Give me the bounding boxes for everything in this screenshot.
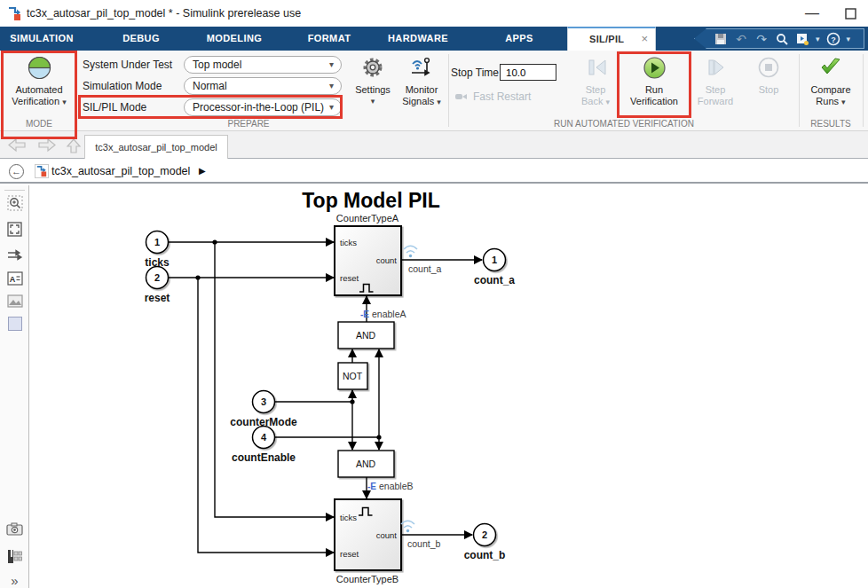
fit-to-view-icon[interactable]: [0, 222, 29, 237]
compare-runs-button[interactable]: Compare Runs ▾: [803, 53, 858, 107]
step-forward-button[interactable]: Step Forward: [690, 53, 740, 106]
simulink-model-icon: [7, 6, 22, 21]
signal-label[interactable]: enableA: [372, 309, 406, 319]
port-number: 4: [261, 432, 267, 443]
system-under-test-value: Top model: [193, 59, 241, 71]
tab-apps[interactable]: APPS: [505, 27, 533, 51]
test-point-icon: -E: [367, 482, 376, 491]
compare-runs-label1: Compare: [803, 84, 858, 96]
monitor-signals-button[interactable]: Monitor Signals ▾: [396, 53, 447, 107]
gate-label: NOT: [343, 371, 363, 381]
signal-label[interactable]: count_a: [408, 263, 442, 274]
settings-button[interactable]: Settings ▾: [348, 53, 398, 106]
signal-logging-badge: [401, 521, 414, 532]
maximize-button[interactable]: [845, 8, 856, 20]
back-arrow-icon[interactable]: [7, 137, 27, 153]
block-not[interactable]: NOT: [338, 363, 367, 389]
port-label: reset: [340, 549, 359, 559]
expand-icon[interactable]: »: [0, 573, 29, 588]
gear-icon: [348, 53, 398, 82]
save-icon[interactable]: [714, 32, 728, 46]
hide-explorer-bar-icon[interactable]: ←: [9, 164, 24, 179]
title-bar: tc3x_autosar_pil_top_model * - Simulink …: [0, 0, 868, 27]
run-verification-label2: Verification: [621, 96, 687, 107]
stop-button[interactable]: Stop: [747, 53, 790, 96]
undo-icon[interactable]: ↶: [734, 32, 748, 46]
fast-restart-toggle[interactable]: Fast Restart: [454, 90, 531, 103]
image-icon[interactable]: [0, 294, 29, 308]
chevron-down-icon: ▾: [329, 99, 334, 115]
breadcrumb-model-name[interactable]: tc3x_autosar_pil_top_model: [51, 165, 190, 177]
forward-arrow-icon[interactable]: [37, 137, 57, 153]
inport-counter-mode[interactable]: 3 counterMode: [230, 391, 297, 429]
annotation-icon[interactable]: A: [0, 271, 29, 286]
svg-text:A: A: [9, 275, 15, 284]
step-forward-label2: Forward: [690, 96, 740, 107]
block-and-b[interactable]: AND: [338, 451, 394, 477]
tab-silpil[interactable]: SIL/PIL ×: [567, 27, 656, 51]
outport-count-a[interactable]: 1 count_a: [474, 249, 515, 287]
automated-verification-button[interactable]: Automated Verification ▾: [2, 53, 76, 107]
referenced-model-icon[interactable]: [795, 32, 809, 46]
breadcrumb-bar: ← tc3x_autosar_pil_top_model ▶: [0, 160, 868, 184]
test-point-icon: -E: [360, 310, 369, 319]
block-diagram: Top Model PIL: [30, 185, 868, 588]
minimize-button[interactable]: —: [799, 5, 825, 21]
tab-simulation[interactable]: SIMULATION: [10, 27, 74, 51]
step-forward-icon: [690, 53, 740, 82]
signal-label[interactable]: count_b: [407, 538, 441, 549]
redo-icon[interactable]: ↷: [754, 32, 769, 46]
stop-icon: [747, 53, 790, 82]
model-canvas[interactable]: Top Model PIL: [30, 185, 868, 588]
signal-label[interactable]: enableB: [379, 481, 414, 491]
port-label: ticks: [340, 513, 357, 522]
screenshot-icon[interactable]: [0, 522, 29, 536]
inport-ticks[interactable]: 1 ticks: [145, 231, 170, 270]
breadcrumb-arrow-icon[interactable]: ▶: [199, 166, 206, 176]
simulation-mode-select[interactable]: Normal ▾: [184, 77, 342, 95]
block-counter-type-a[interactable]: CounterTypeA ticks reset count: [335, 213, 401, 295]
help-icon[interactable]: ?: [826, 32, 840, 46]
viewmarks-icon[interactable]: [0, 549, 29, 564]
monitor-signals-icon: [396, 53, 447, 82]
chevron-down-icon: ▾: [348, 96, 398, 107]
palette-sidebar: A: [0, 185, 29, 588]
search-icon[interactable]: [775, 32, 789, 46]
port-name: reset: [145, 292, 170, 304]
document-tab-strip: tc3x_autosar_pil_top_model: [0, 131, 868, 159]
step-back-button[interactable]: Step Back ▾: [572, 53, 619, 107]
outport-count-b[interactable]: 2 count_b: [464, 524, 506, 562]
chevron-down-icon[interactable]: ▾: [847, 35, 851, 43]
silpil-mode-select[interactable]: Processor-in-the-Loop (PIL) ▾: [184, 98, 342, 116]
port-label: ticks: [340, 238, 357, 247]
chevron-down-icon: ▾: [437, 98, 441, 106]
color-swatch-icon[interactable]: [0, 317, 29, 331]
port-name: countEnable: [232, 451, 296, 464]
tab-close-icon[interactable]: ×: [641, 32, 648, 45]
inport-count-enable[interactable]: 4 countEnable: [232, 427, 296, 465]
monitor-signals-label1: Monitor: [396, 84, 447, 96]
chevron-down-icon: ▾: [329, 57, 334, 73]
inport-reset[interactable]: 2 reset: [145, 267, 170, 305]
system-under-test-select[interactable]: Top model ▾: [184, 56, 342, 74]
automated-verification-label2: Verification: [12, 96, 59, 106]
tab-format[interactable]: FORMAT: [308, 27, 351, 51]
route-signals-icon[interactable]: [0, 248, 29, 262]
block-and-a[interactable]: AND: [338, 322, 394, 349]
signal-wires[interactable]: [168, 242, 482, 553]
chevron-down-icon[interactable]: ▾: [816, 35, 820, 43]
tab-debug[interactable]: DEBUG: [122, 27, 160, 51]
run-verification-button[interactable]: Run Verification: [621, 53, 687, 106]
divider: [863, 54, 864, 127]
automated-verification-label1: Automated: [2, 84, 76, 96]
model-badge-icon: [35, 164, 49, 178]
zoom-icon[interactable]: [0, 195, 29, 211]
stop-time-input[interactable]: [500, 64, 556, 81]
block-counter-type-b[interactable]: CounterTypeB ticks reset count: [335, 499, 401, 584]
tab-hardware[interactable]: HARDWARE: [388, 27, 448, 51]
quick-access-toolbar: ↶ ↷ ▾ ? ▾: [694, 28, 864, 49]
tab-modeling[interactable]: MODELING: [207, 27, 262, 51]
up-arrow-icon[interactable]: [66, 137, 82, 154]
document-tab[interactable]: tc3x_autosar_pil_top_model: [84, 135, 228, 159]
run-icon: [621, 53, 687, 82]
